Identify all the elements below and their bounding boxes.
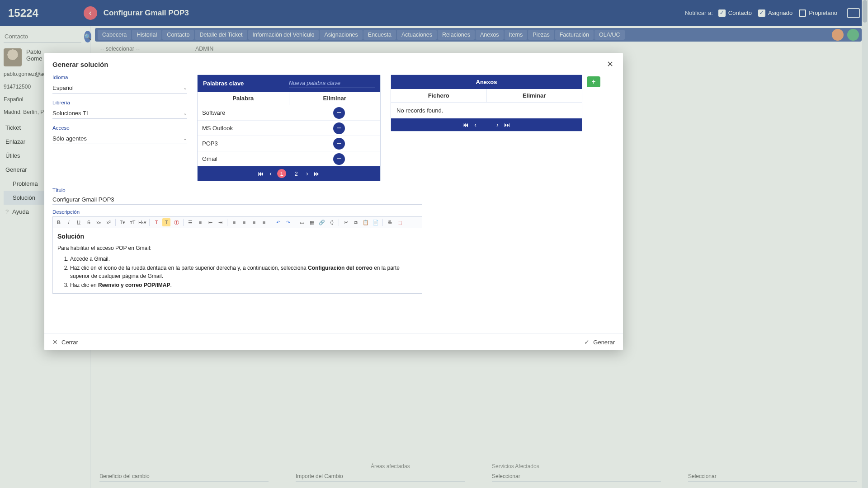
areas-select[interactable]: Seleccionar <box>492 471 661 482</box>
tab-asignaciones[interactable]: Asignaciones <box>320 30 362 40</box>
pager-last-icon[interactable]: ⏭ <box>314 170 320 177</box>
contact-search-input[interactable] <box>4 30 81 43</box>
add-attachment-button[interactable]: + <box>587 76 600 87</box>
tab-items[interactable]: Items <box>505 30 528 40</box>
editor-content[interactable]: Solución Para habilitar el acceso POP en… <box>53 228 422 293</box>
align-center-icon[interactable]: ≡ <box>240 218 248 226</box>
tab-anexos[interactable]: Anexos <box>476 30 504 40</box>
acceso-select[interactable]: Sólo agentes⌄ <box>52 133 187 144</box>
generar-button[interactable]: ✓ Generar <box>584 338 615 346</box>
keyword-row: MS Outlook− <box>198 121 380 136</box>
cut-icon[interactable]: ✂ <box>342 218 350 226</box>
paste-plain-icon[interactable]: 📄 <box>372 218 380 226</box>
table-icon[interactable]: ▦ <box>308 218 316 226</box>
code-icon[interactable]: ⟨⟩ <box>328 218 336 226</box>
tab-relaciones[interactable]: Relaciones <box>438 30 475 40</box>
tab-facturacion[interactable]: Facturación <box>555 30 594 40</box>
remove-keyword-button[interactable]: − <box>333 138 345 150</box>
libreria-select[interactable]: Soluciones TI⌄ <box>52 108 187 119</box>
tab-vehiculo[interactable]: Información del Vehículo <box>248 30 319 40</box>
pager-prev-icon[interactable]: ‹ <box>269 170 272 177</box>
outdent-icon[interactable]: ⇤ <box>206 218 214 226</box>
font-color-icon[interactable]: T <box>152 218 160 226</box>
print-icon[interactable]: 🖶 <box>386 218 394 226</box>
rich-text-editor: B I U S̶ x₂ x² T▾ ᴛT H₁▾ T T Ⓣ ☰ ≡ ⇤ ⇥ <box>52 216 422 294</box>
libreria-label: Librería <box>52 100 187 105</box>
beneficio-field[interactable]: Beneficio del cambio <box>99 471 269 482</box>
pager-page-current[interactable]: 1 <box>277 169 286 178</box>
tab-cabecera[interactable]: Cabecera <box>98 30 131 40</box>
page-scrollbar[interactable] <box>862 0 868 488</box>
tab-ola[interactable]: OLA/UC <box>594 30 625 40</box>
new-keyword-input[interactable] <box>289 79 375 88</box>
indent-icon[interactable]: ⇥ <box>216 218 224 226</box>
action-orange-button[interactable] <box>832 29 844 41</box>
tab-encuesta[interactable]: Encuesta <box>363 30 396 40</box>
bg-admin-label: ADMIN <box>195 46 213 52</box>
titulo-input[interactable] <box>52 195 422 205</box>
italic-icon[interactable]: I <box>65 218 73 226</box>
notify-propietario-checkbox[interactable]: Propietario <box>799 9 837 17</box>
idioma-select[interactable]: Español⌄ <box>52 83 187 94</box>
contact-card-icon[interactable] <box>847 8 860 18</box>
descripcion-label: Descripción <box>52 209 615 215</box>
notify-contacto-checkbox[interactable]: ✓Contacto <box>718 9 752 17</box>
notify-asignado-checkbox[interactable]: ✓Asignado <box>758 9 793 17</box>
save-button[interactable] <box>847 29 859 41</box>
pager-page-2[interactable]: 2 <box>292 169 301 178</box>
link-icon[interactable]: 🔗 <box>318 218 326 226</box>
font-size-icon[interactable]: T▾ <box>118 218 127 226</box>
col-fichero: Fichero <box>391 89 487 102</box>
keyword-row: Software− <box>198 105 380 121</box>
tab-detalle[interactable]: Detalle del Ticket <box>195 30 247 40</box>
undo-icon[interactable]: ↶ <box>274 218 282 226</box>
number-list-icon[interactable]: ≡ <box>196 218 204 226</box>
servicios-select[interactable]: Seleccionar <box>688 471 857 482</box>
superscript-icon[interactable]: x² <box>104 218 113 226</box>
tab-actuaciones[interactable]: Actuaciones <box>397 30 437 40</box>
font-smaller-icon[interactable]: ᴛT <box>128 218 137 226</box>
back-button[interactable]: ‹ <box>84 6 97 20</box>
remove-keyword-button[interactable]: − <box>333 153 345 165</box>
chevron-down-icon: ⌄ <box>183 136 187 141</box>
tab-contacto[interactable]: Contacto <box>162 30 194 40</box>
pager-prev-icon[interactable]: ‹ <box>474 121 476 128</box>
highlight-icon[interactable]: T <box>162 218 170 226</box>
remove-keyword-button[interactable]: − <box>333 122 345 134</box>
pager-next-icon[interactable]: › <box>496 121 499 128</box>
close-icon[interactable]: ✕ <box>605 59 615 69</box>
source-icon[interactable]: ⬚ <box>396 218 404 226</box>
pager-first-icon[interactable]: ⏮ <box>462 121 469 128</box>
pager-first-icon[interactable]: ⏮ <box>258 170 264 177</box>
search-icon[interactable]: 🔍 <box>84 31 91 42</box>
align-justify-icon[interactable]: ≡ <box>260 218 268 226</box>
importe-field[interactable]: Importe del Cambio <box>296 471 465 482</box>
heading-icon[interactable]: H₁▾ <box>138 218 146 226</box>
pager-next-icon[interactable]: › <box>306 170 308 177</box>
idioma-label: Idioma <box>52 75 187 80</box>
cerrar-button[interactable]: ✕ Cerrar <box>52 338 78 346</box>
close-icon: ✕ <box>52 338 58 346</box>
clear-format-icon[interactable]: Ⓣ <box>172 218 180 226</box>
align-left-icon[interactable]: ≡ <box>230 218 238 226</box>
areas-label: Áreas afectadas <box>371 463 465 469</box>
keyword-row: POP3− <box>198 136 380 151</box>
subscript-icon[interactable]: x₂ <box>94 218 103 226</box>
bg-bottom-fields: Áreas afectadas Servicios Afectados Bene… <box>99 463 857 483</box>
notify-label: Notificar a: <box>685 9 713 16</box>
bold-icon[interactable]: B <box>55 218 63 226</box>
pager-last-icon[interactable]: ⏭ <box>504 121 510 128</box>
bg-select-1[interactable]: -- seleccionar -- <box>100 46 191 52</box>
redo-icon[interactable]: ↷ <box>284 218 292 226</box>
align-right-icon[interactable]: ≡ <box>250 218 258 226</box>
ticket-id: 15224 <box>8 7 38 19</box>
bullet-list-icon[interactable]: ☰ <box>186 218 194 226</box>
tab-piezas[interactable]: Piezas <box>528 30 554 40</box>
copy-icon[interactable]: ⧉ <box>352 218 360 226</box>
strike-icon[interactable]: S̶ <box>85 218 93 226</box>
underline-icon[interactable]: U <box>75 218 83 226</box>
tab-historial[interactable]: Historial <box>132 30 161 40</box>
paste-icon[interactable]: 📋 <box>362 218 370 226</box>
remove-keyword-button[interactable]: − <box>333 107 345 119</box>
image-icon[interactable]: ▭ <box>298 218 306 226</box>
